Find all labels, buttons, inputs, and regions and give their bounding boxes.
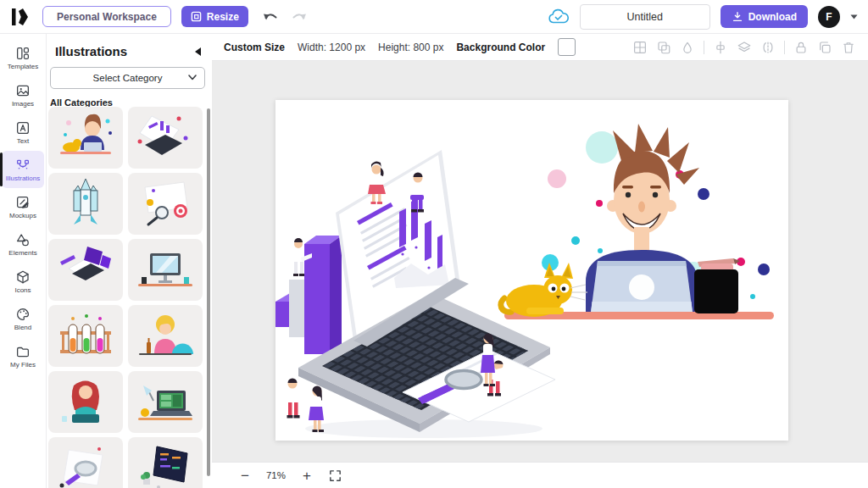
illustration-thumbnail[interactable] xyxy=(48,371,123,433)
man xyxy=(607,124,699,252)
active-item-indicator xyxy=(0,152,3,186)
sidebar-item-label: Mockups xyxy=(9,213,36,219)
sidebar-item-label: Text xyxy=(17,138,30,145)
category-select[interactable]: Select Category xyxy=(50,67,205,89)
flip-icon[interactable] xyxy=(760,40,776,55)
illustration-thumbnail[interactable] xyxy=(128,371,203,433)
illustration-thumbnail[interactable] xyxy=(48,107,123,169)
blend-icon xyxy=(15,307,31,322)
sidebar-item-blend[interactable]: Blend xyxy=(2,300,44,337)
fullscreen-icon[interactable] xyxy=(328,469,342,483)
layers-icon[interactable] xyxy=(737,40,752,55)
illustration-thumbnail[interactable] xyxy=(128,239,203,301)
sidebar-item-mockups[interactable]: Mockups xyxy=(2,188,44,225)
delete-icon[interactable] xyxy=(841,40,856,55)
lock-icon[interactable] xyxy=(793,40,809,55)
templates-icon xyxy=(15,46,31,61)
cloud-saved-check-icon xyxy=(548,8,570,25)
background-color-label: Background Color xyxy=(456,42,545,53)
sidebar-item-label: Illustrations xyxy=(6,175,40,182)
illustration-thumbnail[interactable] xyxy=(128,173,203,235)
talking-pair xyxy=(287,379,325,432)
mockups-icon xyxy=(15,195,31,210)
resize-button-label: Resize xyxy=(207,11,239,23)
images-icon xyxy=(15,83,31,98)
sidebar-item-illustrations[interactable]: Illustrations xyxy=(2,151,44,188)
zoom-bar: − 71% + xyxy=(212,462,868,488)
grid-icon[interactable] xyxy=(632,40,648,55)
text-icon xyxy=(15,120,31,136)
sidebar-item-images[interactable]: Images xyxy=(2,76,44,114)
illustration-thumbnail[interactable] xyxy=(48,305,123,367)
panel-scrollbar[interactable] xyxy=(207,108,210,476)
sidebar-item-text[interactable]: Text xyxy=(2,114,44,151)
download-icon xyxy=(732,11,743,23)
sidebar-item-icons[interactable]: Icons xyxy=(2,263,44,300)
sidebar-item-templates[interactable]: Templates xyxy=(2,39,44,76)
sidebar-item-label: Elements xyxy=(8,250,36,257)
illustration-thumbnail[interactable] xyxy=(128,437,203,488)
clipboard xyxy=(694,258,740,313)
cat xyxy=(501,263,587,317)
canvas-artboard xyxy=(275,100,788,441)
sidebar-item-label: Icons xyxy=(14,287,31,294)
avatar[interactable]: F xyxy=(818,6,840,28)
illustration-thumbnail[interactable] xyxy=(48,173,123,235)
illustration-thumbnail[interactable] xyxy=(48,437,123,488)
category-select-value: Select Category xyxy=(93,73,163,83)
duplicate-icon[interactable] xyxy=(817,40,832,55)
illustrations-icon xyxy=(15,158,31,173)
undo-icon[interactable] xyxy=(262,9,279,25)
sidebar-item-label: Images xyxy=(12,101,34,108)
illustration-thumbnail[interactable] xyxy=(128,107,203,169)
zoom-level: 71% xyxy=(266,470,286,480)
workspace[interactable] xyxy=(212,61,868,462)
pixelied-logo[interactable] xyxy=(10,7,32,27)
illustration-thumbnail[interactable] xyxy=(128,305,203,367)
gray-column xyxy=(289,280,304,337)
height-label: Height: 800 px xyxy=(378,42,443,53)
canvas-page[interactable] xyxy=(275,100,788,441)
download-button[interactable]: Download xyxy=(721,5,808,28)
left-nav-rail: Templates Images Text Illustrations Mock… xyxy=(0,34,47,488)
group-icon[interactable] xyxy=(656,40,671,55)
purple-column xyxy=(304,236,342,354)
document-title-input[interactable] xyxy=(580,4,710,30)
man-with-cat-illustration[interactable] xyxy=(501,124,774,319)
my-files-icon xyxy=(15,344,31,359)
sidebar-item-label: Templates xyxy=(8,64,38,70)
shadow-icon[interactable] xyxy=(680,40,695,55)
icons-icon xyxy=(15,269,31,285)
top-bar: Personal Workspace Resize xyxy=(0,0,868,34)
sidebar-item-label: My Files xyxy=(10,362,36,369)
sidebar-item-label: Blend xyxy=(14,324,31,331)
canvas-toolbar: Custom Size Width: 1200 px Height: 800 p… xyxy=(212,34,868,61)
zoom-out-button[interactable]: − xyxy=(241,469,249,483)
illustrations-panel: Illustrations Select Category All Catego… xyxy=(47,34,212,488)
sidebar-item-elements[interactable]: Elements xyxy=(2,225,44,263)
resize-icon xyxy=(191,11,202,22)
toolbar-divider xyxy=(784,41,785,54)
download-button-label: Download xyxy=(748,11,797,23)
width-label: Width: 1200 px xyxy=(298,42,365,53)
background-color-swatch[interactable] xyxy=(558,38,576,56)
laptop xyxy=(591,261,693,313)
toolbar-divider xyxy=(704,41,704,54)
chevron-down-icon[interactable] xyxy=(850,14,858,19)
chevron-down-icon xyxy=(188,75,197,80)
collapse-panel-icon[interactable] xyxy=(194,47,202,57)
zoom-in-button[interactable]: + xyxy=(303,469,311,483)
elements-icon xyxy=(15,232,31,247)
position-icon[interactable] xyxy=(713,40,728,55)
panel-title: Illustrations xyxy=(55,44,127,58)
sidebar-item-my-files[interactable]: My Files xyxy=(2,337,44,374)
illustration-thumbnail[interactable] xyxy=(48,239,123,301)
resize-button[interactable]: Resize xyxy=(181,6,248,27)
redo-icon[interactable] xyxy=(291,9,308,25)
custom-size-label: Custom Size xyxy=(224,42,285,53)
thumbnail-grid xyxy=(48,107,203,488)
personal-workspace-button[interactable]: Personal Workspace xyxy=(42,6,171,27)
